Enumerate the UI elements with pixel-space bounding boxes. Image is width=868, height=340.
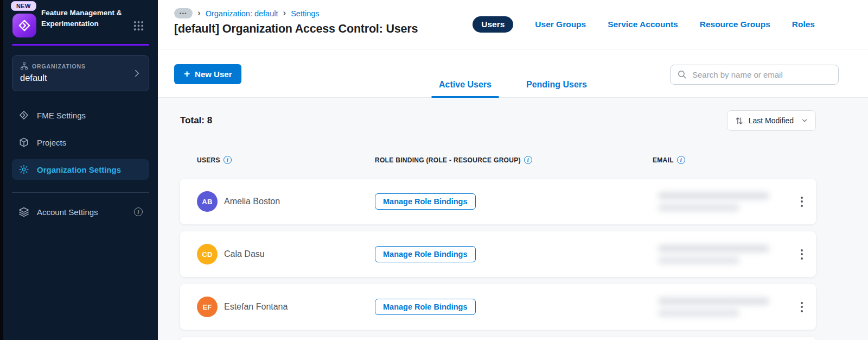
fme-app-logo xyxy=(12,14,36,37)
user-cell: EF Estefan Fontana xyxy=(197,297,375,317)
sidebar-item-label: Account Settings xyxy=(37,207,126,217)
app-window: NEW Feature Management & Experimentation xyxy=(0,0,868,340)
new-user-button[interactable]: + New User xyxy=(174,64,241,84)
row-menu-button[interactable] xyxy=(797,193,806,210)
redacted-email xyxy=(658,192,791,211)
chevron-right-icon xyxy=(131,68,142,79)
sidebar-item-label: FME Settings xyxy=(37,111,143,120)
product-name: Feature Management & Experimentation xyxy=(41,8,127,41)
user-name: Cala Dasu xyxy=(224,249,265,259)
redacted-email xyxy=(658,298,791,317)
access-control-tabs: Users User Groups Service Accounts Resou… xyxy=(473,16,815,33)
breadcrumb-ellipsis-button[interactable]: ••• xyxy=(174,8,193,18)
table-header-row: USERS i ROLE BINDING (ROLE - RESOURCE GR… xyxy=(180,156,816,164)
column-header-users: USERS i xyxy=(197,156,375,164)
tab-user-groups[interactable]: User Groups xyxy=(535,20,586,29)
tab-users[interactable]: Users xyxy=(473,16,513,33)
search-icon xyxy=(677,70,687,80)
manage-role-bindings-button[interactable]: Manage Role Bindings xyxy=(375,246,476,262)
table-row-partial xyxy=(180,337,816,340)
layers-icon xyxy=(18,206,29,217)
table-row: EF Estefan Fontana Manage Role Bindings xyxy=(180,284,816,330)
sort-arrows-icon xyxy=(735,116,744,126)
sidebar-item-label: Organization Settings xyxy=(37,165,143,174)
sort-dropdown[interactable]: Last Modified xyxy=(727,110,816,131)
sidebar-nav-bottom: Account Settings i xyxy=(12,202,149,222)
new-badge: NEW xyxy=(11,1,36,11)
tab-pending-users[interactable]: Pending Users xyxy=(519,80,595,98)
cube-icon xyxy=(18,137,29,148)
user-list-section: Total: 8 Last Modified xyxy=(158,98,868,340)
sidebar-item-projects[interactable]: Projects xyxy=(12,132,149,153)
avatar: CD xyxy=(197,244,218,265)
org-selector-value: default xyxy=(20,73,141,83)
sidebar-item-fme-settings[interactable]: FME Settings xyxy=(12,105,149,125)
accent-divider xyxy=(12,44,149,46)
breadcrumb-link-settings[interactable]: Settings xyxy=(291,9,319,18)
tab-service-accounts[interactable]: Service Accounts xyxy=(608,20,678,29)
sidebar-nav: FME Settings Projects xyxy=(12,105,149,180)
total-count: Total: 8 xyxy=(180,115,212,126)
table-row: CD Cala Dasu Manage Role Bindings xyxy=(180,231,816,277)
table-row: AB Amelia Boston Manage Role Bindings xyxy=(180,179,816,224)
user-cell: AB Amelia Boston xyxy=(197,191,375,212)
info-icon[interactable]: i xyxy=(224,156,232,164)
org-hierarchy-icon xyxy=(20,62,28,70)
split-logo-icon xyxy=(17,18,31,33)
tab-resource-groups[interactable]: Resource Groups xyxy=(700,20,770,29)
new-user-button-label: New User xyxy=(195,70,232,79)
search-input[interactable] xyxy=(692,70,832,79)
sidebar: NEW Feature Management & Experimentation xyxy=(3,0,158,340)
column-header-role-binding: ROLE BINDING (ROLE - RESOURCE GROUP) i xyxy=(375,156,653,164)
main-area: ••• › Organization: default › Settings [… xyxy=(158,0,868,340)
tab-active-users[interactable]: Active Users xyxy=(431,80,499,98)
manage-role-bindings-button[interactable]: Manage Role Bindings xyxy=(375,193,476,210)
user-state-tabs: Active Users Pending Users xyxy=(431,80,595,98)
tab-roles[interactable]: Roles xyxy=(792,20,815,29)
organization-selector[interactable]: ORGANIZATIONS default xyxy=(12,55,149,91)
sidebar-item-account-settings[interactable]: Account Settings i xyxy=(12,202,149,222)
avatar: EF xyxy=(197,297,218,317)
breadcrumb-link-organization[interactable]: Organization: default xyxy=(206,9,278,18)
page-header: ••• › Organization: default › Settings [… xyxy=(158,0,868,49)
plus-icon: + xyxy=(184,68,190,80)
org-selector-label: ORGANIZATIONS xyxy=(32,63,86,70)
sidebar-divider xyxy=(12,192,149,193)
sidebar-header: NEW Feature Management & Experimentation xyxy=(3,0,158,46)
chevron-right-icon: › xyxy=(197,8,201,18)
user-name: Amelia Boston xyxy=(224,197,280,206)
info-icon[interactable]: i xyxy=(134,207,143,216)
manage-role-bindings-button[interactable]: Manage Role Bindings xyxy=(375,299,476,315)
redacted-email xyxy=(658,245,791,264)
sort-dropdown-value: Last Modified xyxy=(749,116,796,125)
chevron-down-icon xyxy=(801,117,808,124)
sidebar-item-label: Projects xyxy=(37,138,143,147)
row-menu-button[interactable] xyxy=(797,246,806,263)
row-menu-button[interactable] xyxy=(797,299,806,316)
gear-icon xyxy=(18,164,29,175)
avatar: AB xyxy=(197,191,218,212)
column-header-email: EMAIL i xyxy=(653,156,791,164)
chevron-right-icon: › xyxy=(283,8,286,18)
user-cell: CD Cala Dasu xyxy=(197,244,375,265)
info-icon[interactable]: i xyxy=(524,156,532,164)
app-grid-icon[interactable] xyxy=(132,20,145,32)
user-name: Estefan Fontana xyxy=(224,302,288,312)
fme-settings-icon xyxy=(18,110,29,121)
search-box[interactable] xyxy=(670,65,839,85)
info-icon[interactable]: i xyxy=(677,156,685,164)
sidebar-item-organization-settings[interactable]: Organization Settings xyxy=(12,159,149,180)
toolbar: + New User Active Users Pending Users xyxy=(158,49,868,98)
